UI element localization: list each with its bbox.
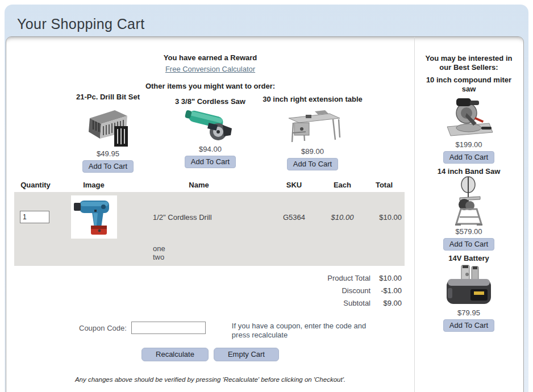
miter-saw-image[interactable] xyxy=(415,94,523,139)
suggested-product-extension-table: 30 inch right extension table xyxy=(261,95,364,170)
recalculate-note: Any changes above should be verified by … xyxy=(6,376,414,383)
suggested-product-drill-bit-set: 21-Pc. Drill Bit Set xyxy=(57,93,159,173)
product-name: 14V Battery xyxy=(420,254,517,263)
product-price: $579.00 xyxy=(415,227,523,236)
band-saw-image[interactable] xyxy=(415,176,523,226)
battery-image[interactable] xyxy=(415,263,523,307)
subtotal-value: $9.00 xyxy=(370,299,402,307)
cart-action-buttons: Recalculate Empty Cart xyxy=(6,348,414,361)
column-header-image: Image xyxy=(57,181,131,189)
product-total-label: Product Total xyxy=(327,274,370,282)
cart-totals: Product Total $10.00 Discount -$1.00 Sub… xyxy=(14,272,405,309)
column-header-quantity: Quantity xyxy=(14,181,57,189)
product-price: $89.00 xyxy=(261,147,364,156)
product-total-value: $10.00 xyxy=(370,274,402,282)
empty-cart-button[interactable]: Empty Cart xyxy=(214,348,279,361)
reward-heading: You have earned a Reward xyxy=(6,53,414,62)
product-name: 14 inch Band Saw xyxy=(420,167,517,176)
cart-item-sku: G5364 xyxy=(267,213,321,222)
note-line: two xyxy=(153,253,405,261)
best-seller-miter-saw: 10 inch compound miter saw $199.00 Add T… xyxy=(415,76,523,164)
coupon-code-input[interactable] xyxy=(131,322,206,334)
add-to-cart-button[interactable]: Add To Cart xyxy=(185,156,236,168)
product-price: $94.00 xyxy=(159,145,261,153)
product-price: $49.95 xyxy=(57,149,159,158)
suggested-product-cordless-saw: 3 3/8" Cordless Saw xyxy=(159,97,261,168)
add-to-cart-button[interactable]: Add To Cart xyxy=(443,238,494,251)
main-content: You have earned a Reward Free Conversion… xyxy=(6,37,414,392)
product-name: 3 3/8" Cordless Saw xyxy=(159,97,261,106)
cart-table-header: Quantity Image Name SKU Each Total xyxy=(14,181,405,189)
product-price: $79.95 xyxy=(415,308,523,317)
suggestions-heading: Other items you might want to order: xyxy=(6,82,414,90)
coupon-help-text: If you have a coupon, enter the code and… xyxy=(232,322,374,340)
suggested-products-row: 21-Pc. Drill Bit Set xyxy=(6,92,414,173)
recalculate-button[interactable]: Recalculate xyxy=(141,348,209,361)
product-price: $199.00 xyxy=(415,140,523,149)
note-line: one xyxy=(153,244,405,253)
cart-item-each-price: $10.00 xyxy=(321,213,364,222)
best-seller-band-saw: 14 inch Band Saw $579.00 Add To Cart xyxy=(415,167,523,251)
add-to-cart-button[interactable]: Add To Cart xyxy=(82,160,134,173)
column-header-total: Total xyxy=(364,181,405,189)
cordless-drill-image[interactable] xyxy=(71,195,117,239)
coupon-code-label: Coupon Code: xyxy=(79,322,127,332)
extension-table-image[interactable] xyxy=(261,106,364,145)
column-header-each: Each xyxy=(321,181,364,189)
drill-bit-set-image[interactable] xyxy=(57,103,159,148)
product-name: 21-Pc. Drill Bit Set xyxy=(57,93,159,101)
quantity-input[interactable] xyxy=(20,211,49,223)
cart-item-row: 1/2" Cordless Drill G5364 $10.00 $10.00 … xyxy=(14,192,405,266)
discount-label: Discount xyxy=(342,286,370,295)
product-name: 30 inch right extension table xyxy=(261,95,364,103)
cart-item-name: 1/2" Cordless Drill xyxy=(131,213,267,222)
add-to-cart-button[interactable]: Add To Cart xyxy=(443,151,494,164)
cart-panel: You have earned a Reward Free Conversion… xyxy=(6,36,524,392)
column-header-name: Name xyxy=(131,181,267,189)
cart-item-notes: one two xyxy=(14,242,405,261)
coupon-section: Coupon Code: If you have a coupon, enter… xyxy=(79,322,414,340)
product-name: 10 inch compound miter saw xyxy=(420,76,517,94)
best-sellers-sidebar: You may be interested in our Best Seller… xyxy=(414,37,523,392)
column-header-sku: SKU xyxy=(267,181,321,189)
add-to-cart-button[interactable]: Add To Cart xyxy=(443,319,494,332)
cart-item-total-price: $10.00 xyxy=(364,213,405,222)
best-sellers-heading: You may be interested in our Best Seller… xyxy=(420,54,518,72)
free-conversion-calculator-link[interactable]: Free Conversion Calculator xyxy=(6,65,414,73)
best-seller-battery: 14V Battery $79.95 Add To Cart xyxy=(415,254,523,332)
add-to-cart-button[interactable]: Add To Cart xyxy=(287,158,338,170)
subtotal-label: Subtotal xyxy=(343,299,370,307)
cordless-saw-image[interactable] xyxy=(159,108,261,143)
discount-value: -$1.00 xyxy=(370,286,402,295)
page-title: Your Shopping Cart xyxy=(5,5,528,32)
